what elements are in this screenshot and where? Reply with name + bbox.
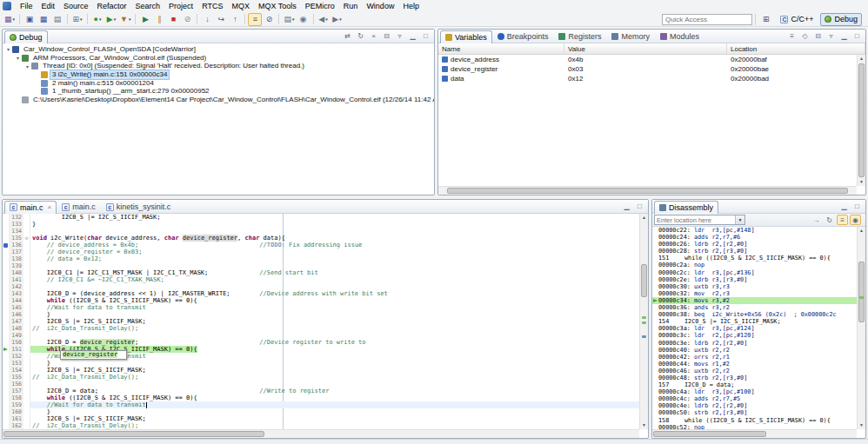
fold-marker[interactable] — [23, 325, 30, 332]
line-number[interactable]: 147 — [9, 318, 23, 325]
editor-line[interactable]: 136 // device_address = 0x4b; //TODO: Fi… — [3, 242, 648, 249]
scrollbar-thumb[interactable] — [858, 63, 865, 177]
editor-line[interactable]: 149 — [3, 332, 648, 339]
line-number[interactable]: 151 — [9, 346, 23, 353]
expander-icon[interactable]: ▾ — [4, 46, 12, 52]
disassembly-line[interactable]: 00000c3e: ldrb r2,[r2,#0] — [652, 340, 865, 347]
editor-line[interactable]: 133} — [3, 221, 648, 228]
minimize-button[interactable]: ▁ — [838, 201, 850, 211]
marker-ruler-cell[interactable] — [3, 214, 9, 221]
tab-registers[interactable]: Registers — [553, 30, 606, 43]
view-menu-button[interactable]: ▿ — [394, 30, 405, 41]
disassembly-gutter[interactable] — [652, 325, 658, 332]
location-input[interactable] — [655, 216, 735, 224]
editor-line[interactable]: 153 } — [3, 360, 648, 367]
expander-icon[interactable]: ▾ — [14, 55, 22, 61]
print-button[interactable]: ▤ — [50, 13, 64, 26]
disassembly-gutter[interactable] — [652, 347, 658, 354]
marker-ruler-cell[interactable] — [3, 249, 9, 255]
disassembly-line[interactable]: 00000c36: ands r3,r2 — [652, 304, 865, 311]
line-number[interactable]: 153 — [9, 360, 23, 367]
disassembly-line[interactable]: 157I2C0_D = data; — [652, 381, 865, 388]
variable-row[interactable]: data0x120x20000bad — [438, 74, 865, 83]
disassembly-gutter[interactable] — [652, 402, 658, 409]
fold-marker[interactable] — [23, 269, 30, 276]
run-button[interactable]: ▶▾ — [104, 13, 118, 26]
line-number[interactable]: 152 — [9, 353, 23, 360]
scroll-up-icon[interactable]: ▲ — [640, 214, 648, 222]
marker-ruler-cell[interactable] — [3, 283, 9, 290]
refresh-button[interactable]: ↻ — [824, 215, 835, 225]
disassembly-line[interactable]: 00000c4e: ldrb r2,[r2,#0] — [652, 402, 865, 409]
editor-line[interactable]: 141 // I2C0_C1 &= ~I2C_C1_TXAK_MASK; — [3, 276, 648, 283]
line-number[interactable]: 149 — [9, 332, 23, 339]
maximize-button[interactable]: □ — [420, 30, 431, 41]
disassembly-gutter[interactable] — [652, 297, 658, 304]
disassembly-gutter[interactable] — [652, 227, 658, 234]
disassembly-line[interactable]: 00000c38: beq i2c_Write+0x56 (0x2c) ; 0x… — [652, 311, 865, 318]
current-pc-annotation-mark[interactable] — [859, 296, 864, 299]
disassembly-line[interactable]: 00000c48: strb r2,[r3,#0] — [652, 374, 865, 381]
editor-line[interactable]: 144 while ((I2C0_S & I2C_S_IICIF_MASK) =… — [3, 297, 648, 304]
disassembly-gutter[interactable] — [652, 395, 658, 402]
marker-ruler-cell[interactable] — [3, 394, 9, 401]
disassembly-gutter[interactable] — [652, 332, 658, 339]
line-number[interactable]: 132 — [9, 214, 23, 221]
editor-line[interactable]: 155// i2c_Data_Trasmit_Delay(); — [3, 374, 648, 381]
save-all-button[interactable]: ▦ — [37, 13, 50, 26]
line-number[interactable]: 156 — [9, 381, 23, 388]
editor-line[interactable]: 162// i2c_Data_Trasmit_Delay(); — [3, 422, 648, 429]
disassembly-gutter[interactable] — [652, 255, 658, 262]
menu-item-project[interactable]: Project — [164, 0, 197, 12]
fold-marker[interactable] — [23, 401, 30, 408]
fold-marker[interactable] — [23, 388, 30, 394]
scroll-down-icon[interactable]: ▼ — [858, 178, 865, 186]
new-button[interactable]: ▦▾ — [3, 13, 17, 26]
fold-marker[interactable] — [23, 242, 30, 249]
marker-ruler-cell[interactable] — [3, 269, 9, 276]
disassembly-gutter[interactable] — [652, 354, 658, 361]
marker-ruler-cell[interactable] — [3, 339, 9, 346]
connect-button[interactable]: ⇄ — [342, 30, 353, 41]
fold-marker[interactable] — [23, 290, 30, 297]
menu-item-search[interactable]: Search — [131, 0, 165, 12]
close-icon[interactable]: × — [48, 203, 52, 211]
scroll-up-icon[interactable]: ▲ — [858, 227, 865, 235]
suspend-button[interactable]: ∥ — [152, 13, 166, 26]
variable-row[interactable]: device_address0x4b0x20000baf — [438, 55, 865, 64]
minimize-button[interactable]: ▁ — [407, 30, 418, 41]
view-menu-button[interactable]: ▿ — [825, 30, 837, 41]
step-into-button[interactable]: ↓ — [200, 13, 214, 26]
editor-line[interactable]: 150 I2C0_D = device_register; //Device r… — [3, 339, 648, 346]
fold-marker[interactable] — [23, 283, 30, 290]
disassembly-line[interactable]: 00000c4a: ldr r3,[pc,#100] — [652, 388, 865, 395]
disassembly-line[interactable]: 00000c42: orrs r2,r1 — [652, 354, 865, 361]
disassembly-line[interactable]: 00000c22: ldr r3,[pc,#148] — [652, 227, 865, 234]
fold-marker[interactable] — [23, 339, 30, 346]
disassembly-gutter[interactable] — [652, 248, 658, 255]
menu-item-pemicro[interactable]: PEMicro — [301, 0, 339, 12]
line-number[interactable]: 142 — [9, 283, 23, 290]
disassembly-gutter[interactable] — [652, 409, 658, 416]
marker-ruler-cell[interactable] — [3, 388, 9, 394]
task-annotation-mark[interactable] — [642, 335, 646, 338]
line-number[interactable]: 133 — [9, 221, 23, 228]
line-number[interactable]: 150 — [9, 339, 23, 346]
marker-ruler-cell[interactable] — [3, 290, 9, 297]
editor-line[interactable]: 157 I2C0_D = data; //Write to register — [3, 388, 648, 394]
fold-marker[interactable] — [23, 374, 30, 381]
disassembly-line[interactable]: 00000c2a: nop — [652, 262, 865, 268]
fold-marker[interactable] — [23, 228, 30, 235]
disassembly-gutter[interactable] — [652, 276, 658, 283]
editor-body[interactable]: 132 I2C0_S |= I2C_S_IICIF_MASK;133}13413… — [3, 214, 648, 431]
maximize-button[interactable]: □ — [634, 201, 645, 211]
terminate-button[interactable]: ■ — [166, 13, 180, 26]
debug-tree-row[interactable]: 2 main() main.c:515 0x00001204 — [3, 79, 434, 88]
tab-breakpoints[interactable]: Breakpoints — [492, 30, 554, 43]
line-number[interactable]: 145 — [9, 304, 23, 311]
pin-button[interactable]: ◉ — [297, 13, 310, 26]
collapse-all-button[interactable]: ⊟ — [381, 30, 392, 41]
tab-disassembly[interactable]: Disassembly — [654, 201, 718, 214]
disassembly-gutter[interactable] — [652, 283, 658, 290]
line-number[interactable]: 154 — [9, 367, 23, 374]
